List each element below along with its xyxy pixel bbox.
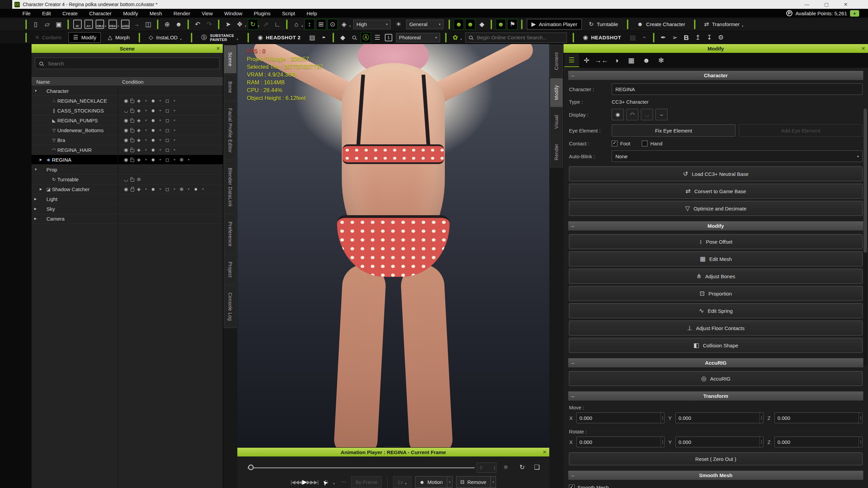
dropdown-caret-icon[interactable]: ▾ xyxy=(143,145,149,155)
lock-pose-icon[interactable]: ☻ xyxy=(502,463,509,471)
visibility-on-icon[interactable]: ◉ xyxy=(121,136,131,145)
spin-down-icon[interactable]: ▾ xyxy=(662,418,663,420)
material-icon[interactable]: ◈ xyxy=(134,145,143,155)
lock-open-icon[interactable] xyxy=(131,149,134,152)
constraint-icon[interactable]: ⊗ xyxy=(177,155,186,164)
fbx-dropdown-icon[interactable]: ▾ xyxy=(118,24,119,28)
dropdown-caret-icon[interactable]: ▾ xyxy=(172,145,177,155)
hand-checkbox[interactable] xyxy=(642,141,648,146)
headshot-button[interactable]: ◉ HEADSHOT xyxy=(578,32,626,43)
menu-item[interactable]: Create xyxy=(62,11,78,16)
section-header-modify[interactable]: – Modify xyxy=(568,221,863,230)
dropdown-caret-icon[interactable]: ▾ xyxy=(158,116,163,125)
dropdown-caret-icon[interactable]: ▾ xyxy=(143,106,149,115)
visibility-on-icon[interactable]: ◉ xyxy=(121,145,131,155)
lock-open-icon[interactable] xyxy=(131,179,134,182)
avatar-icon[interactable]: ☻ xyxy=(149,96,158,105)
dropdown-caret-icon[interactable]: ▾ xyxy=(200,185,205,194)
timeline-slider[interactable] xyxy=(248,467,475,468)
accurig-button[interactable]: ◎ AccuRIG xyxy=(569,371,863,386)
dropdown-caret-icon[interactable]: ▾ xyxy=(143,185,149,194)
visibility-on-icon[interactable]: ◉ xyxy=(121,96,131,105)
dropdown-caret-icon[interactable]: ▾ xyxy=(172,106,177,115)
lock-closed-icon[interactable] xyxy=(131,188,134,191)
spin-up-icon[interactable]: ▴ xyxy=(860,440,861,442)
dropdown-caret-icon[interactable]: ▾ xyxy=(158,126,163,135)
export-fbx-icon[interactable]: FBX xyxy=(108,20,117,29)
edit-mesh-button[interactable]: ▦ Edit Mesh xyxy=(569,251,863,266)
avatar-icon[interactable]: ☻ xyxy=(149,185,158,194)
dock-tab[interactable]: Project xyxy=(224,255,237,285)
spin-down-icon[interactable]: ▾ xyxy=(860,442,861,444)
collision-shape-button[interactable]: ◧ Collision Shape xyxy=(569,338,863,353)
transport-button[interactable]: ◀◀ xyxy=(295,479,302,485)
expand-caret-icon[interactable]: ▶ xyxy=(34,197,40,201)
quality-select[interactable]: High ▾ xyxy=(353,20,391,29)
character-name-field[interactable]: REGINA xyxy=(612,83,863,95)
rotate-tool-icon[interactable]: ↻ xyxy=(248,19,258,29)
orbit-view-icon[interactable]: ⊙ xyxy=(328,19,337,29)
visibility-on-icon[interactable]: ◉ xyxy=(121,155,131,164)
proportion-button[interactable]: ⊡ Proportion xyxy=(569,286,863,301)
spin-down-icon[interactable]: ▾ xyxy=(860,418,861,420)
expand-caret-icon[interactable]: ▼ xyxy=(34,89,40,93)
spin-down-icon[interactable]: ▾ xyxy=(662,442,663,444)
pose-manager-icon[interactable]: ☻ xyxy=(174,19,183,29)
scene-panel-header[interactable]: Scene ✕ xyxy=(32,44,223,53)
dropdown-caret-icon[interactable]: ▾ xyxy=(172,116,177,125)
home-view-icon[interactable]: ⌂ xyxy=(292,19,301,29)
rotate-x-field[interactable]: 0.000▴▾ xyxy=(576,436,665,447)
show-closed-lash-toggle[interactable]: ⌣ xyxy=(655,109,668,120)
lock-open-icon[interactable] xyxy=(131,139,134,142)
dock-tab[interactable]: Facial Profile Editor xyxy=(224,101,237,160)
move-tool-icon[interactable]: ✥ xyxy=(235,19,244,29)
viewport-3d[interactable]: FPS : 0 Project Triangle : 208257Selecte… xyxy=(237,44,549,447)
adjust-tab-icon[interactable]: ☰ xyxy=(564,54,579,67)
material-icon[interactable]: ◈ xyxy=(134,96,143,105)
collapse-icon[interactable]: – xyxy=(571,393,574,399)
expand-caret-icon[interactable]: ▶ xyxy=(34,217,40,220)
dock-tab[interactable]: Modify xyxy=(550,78,563,107)
dropdown-caret-icon[interactable]: ▾ xyxy=(172,155,177,164)
material-tab-icon[interactable]: ◑ xyxy=(609,54,624,67)
dropdown-caret-icon[interactable]: ▾ xyxy=(143,136,149,145)
spin-up-icon[interactable]: ▴ xyxy=(761,440,762,442)
dropdown-caret-icon[interactable]: ▾ xyxy=(143,116,149,125)
constraint-icon[interactable]: ⊗ xyxy=(177,185,186,194)
add-points-button[interactable]: + xyxy=(850,10,859,17)
fit-all-icon[interactable]: ⊞ xyxy=(316,19,326,29)
motion-button[interactable]: ☻ Motion xyxy=(415,476,447,488)
spin-up-icon[interactable]: ▴ xyxy=(494,465,495,468)
show-lower-lash-toggle[interactable]: ◡ xyxy=(641,109,653,120)
visibility-off-icon[interactable]: ◡ xyxy=(121,106,131,115)
move-z-field[interactable]: 0.000▴▾ xyxy=(774,412,863,423)
open-project-icon[interactable]: ▱ xyxy=(42,19,52,29)
disabled-icon[interactable]: ⊘ xyxy=(134,175,143,184)
transformer-button[interactable]: ⇄ Transformer ▾ xyxy=(700,19,749,29)
expression-tab-icon[interactable]: ☻ xyxy=(639,54,654,67)
menu-item[interactable]: Help xyxy=(307,11,317,16)
by-frame-button[interactable]: By Frame xyxy=(351,476,382,488)
avatar-icon[interactable]: ☻ xyxy=(149,136,158,145)
material-icon[interactable]: ◈ xyxy=(134,116,143,125)
scene-tree-row[interactable]: ∴ REGINA_NECKLACE ◉◈▾☻▾◻▾ xyxy=(32,96,223,106)
menu-item[interactable]: Script xyxy=(282,11,295,16)
undo-icon[interactable]: ↶ xyxy=(193,19,202,29)
turntable-toggle-icon[interactable]: ↻ xyxy=(519,463,525,471)
transport-button[interactable]: ▶| xyxy=(314,479,318,485)
convert-to-game-base-button[interactable]: ⇄ Convert to Game Base xyxy=(569,184,863,199)
move-dropdown-icon[interactable]: ▾ xyxy=(245,24,246,28)
collapse-icon[interactable]: – xyxy=(571,73,574,78)
import-avatar-icon[interactable]: A+ xyxy=(84,20,93,29)
visibility-on-icon[interactable]: ◉ xyxy=(121,126,131,135)
avatar-icon[interactable]: ☻ xyxy=(149,116,158,125)
portrait-icon[interactable]: ▤ xyxy=(308,33,317,43)
name-column-header[interactable]: Name xyxy=(32,79,118,85)
load-cc3-neutral-base-button[interactable]: ↺ Load CC3+ Neutral Base xyxy=(569,166,863,181)
lock-open-icon[interactable] xyxy=(131,129,134,133)
dropdown-caret-icon[interactable]: ▾ xyxy=(158,155,163,164)
texture-tab-icon[interactable]: ▦ xyxy=(624,54,639,67)
scene-tree-row[interactable]: ▶ Sky xyxy=(32,204,223,214)
material-icon[interactable]: ◈ xyxy=(134,155,143,164)
menu-item[interactable]: Modify xyxy=(123,11,138,16)
